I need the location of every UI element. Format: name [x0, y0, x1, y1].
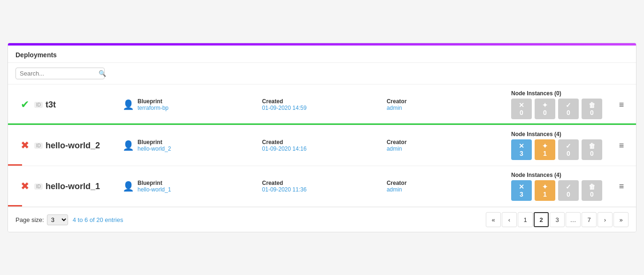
deployment-row: ✖ ID hello-world_2 👤 Blueprint hello-wor…: [8, 125, 636, 166]
in-progress-nodes-button[interactable]: ✦ 0: [535, 99, 555, 119]
node-instances-title: Node Instances (4): [511, 172, 614, 178]
panel-title: Deployments: [8, 46, 636, 63]
status-icon: ✔: [15, 99, 34, 111]
blueprint-value[interactable]: hello-world_2: [138, 145, 262, 152]
deployment-id: hello-world_1: [46, 182, 100, 191]
page-btn-3[interactable]: 3: [550, 212, 565, 227]
ok-nodes-button[interactable]: ✓ 0: [558, 180, 579, 201]
creator-label: Creator: [387, 180, 511, 186]
deployment-id-col: ID t3t: [34, 100, 119, 110]
node-btn-count-1: 0: [543, 109, 547, 116]
error-nodes-button[interactable]: ✕ 0: [511, 99, 532, 119]
id-badge: ID: [34, 143, 43, 149]
page-btn-_[interactable]: ›: [598, 212, 613, 227]
node-btn-count-3: 0: [590, 109, 594, 116]
page-btn-1[interactable]: 1: [518, 212, 533, 227]
creator-col: Creator admin: [387, 98, 511, 111]
creator-col: Creator admin: [387, 139, 511, 152]
blueprint-col: Blueprint hello-world_1: [138, 180, 262, 193]
creator-value[interactable]: admin: [387, 105, 511, 111]
created-col: Created 01-09-2020 14:59: [262, 98, 386, 111]
blueprint-label: Blueprint: [138, 180, 262, 186]
blueprint-label: Blueprint: [138, 98, 262, 105]
status-icon: ✖: [15, 180, 34, 192]
node-btn-count-2: 0: [567, 150, 570, 157]
deployment-row: ✔ ID t3t 👤 Blueprint terraform-bp Create…: [8, 84, 636, 125]
node-instances-title: Node Instances (4): [511, 131, 614, 138]
page-size-label: Page size:: [15, 216, 44, 223]
node-btn-count-2: 0: [567, 109, 570, 116]
footer-left: Page size: 3 5 10 4 to 6 of 20 entries: [15, 214, 123, 225]
created-col: Created 01-09-2020 11:36: [262, 180, 386, 193]
in-progress-nodes-button[interactable]: ✦ 1: [535, 180, 555, 201]
created-label: Created: [262, 98, 386, 105]
blueprint-value[interactable]: terraform-bp: [138, 105, 262, 111]
row-menu-button[interactable]: ≡: [614, 182, 629, 191]
node-btn-count-0: 3: [520, 150, 523, 157]
deployment-id: t3t: [46, 100, 56, 110]
node-btn-count-1: 1: [543, 150, 547, 157]
node-instances-col: Node Instances (4) ✕ 3 ✦ 1 ✓ 0 🗑 0: [511, 172, 614, 201]
node-btn-icon-1: ✦: [542, 102, 548, 108]
ok-nodes-button[interactable]: ✓ 0: [558, 139, 579, 160]
created-label: Created: [262, 180, 386, 186]
deployment-id-col: ID hello-world_1: [34, 182, 119, 191]
node-btn-icon-0: ✕: [519, 143, 524, 149]
deployments-panel: Deployments 🔍 ✔ ID t3t 👤 Blueprint terra…: [8, 43, 636, 232]
node-instances-col: Node Instances (4) ✕ 3 ✦ 1 ✓ 0 🗑 0: [511, 131, 614, 160]
page-size-select[interactable]: 3 5 10: [47, 214, 68, 225]
created-label: Created: [262, 139, 386, 145]
page-btn-_[interactable]: …: [566, 212, 581, 227]
search-input-wrap: 🔍: [15, 68, 105, 79]
created-col: Created 01-09-2020 14:16: [262, 139, 386, 152]
node-btn-count-3: 0: [590, 191, 594, 198]
node-btn-count-2: 0: [567, 191, 570, 198]
delete-nodes-button[interactable]: 🗑 0: [582, 139, 602, 160]
ok-nodes-button[interactable]: ✓ 0: [558, 99, 579, 119]
created-value: 01-09-2020 14:59: [262, 105, 386, 111]
blueprint-col: Blueprint terraform-bp: [138, 98, 262, 111]
id-badge: ID: [34, 102, 43, 108]
error-nodes-button[interactable]: ✕ 3: [511, 139, 532, 160]
node-btn-icon-3: 🗑: [589, 143, 595, 149]
page-btn-2[interactable]: 2: [534, 212, 549, 227]
created-value: 01-09-2020 11:36: [262, 186, 386, 193]
in-progress-nodes-button[interactable]: ✦ 1: [535, 139, 555, 160]
page-btn-_[interactable]: «: [486, 212, 501, 227]
created-value: 01-09-2020 14:16: [262, 145, 386, 152]
page-btn-7[interactable]: 7: [582, 212, 597, 227]
deployments-list: ✔ ID t3t 👤 Blueprint terraform-bp Create…: [8, 84, 636, 207]
node-btn-icon-2: ✓: [566, 183, 571, 190]
node-btn-icon-3: 🗑: [589, 183, 595, 190]
footer: Page size: 3 5 10 4 to 6 of 20 entries «…: [8, 207, 636, 232]
error-nodes-button[interactable]: ✕ 3: [511, 180, 532, 201]
blueprint-value[interactable]: hello-world_1: [138, 186, 262, 193]
creator-label: Creator: [387, 98, 511, 105]
node-btn-icon-0: ✕: [519, 183, 524, 190]
node-btn-count-0: 0: [520, 109, 523, 116]
row-menu-button[interactable]: ≡: [614, 141, 629, 151]
search-icon: 🔍: [99, 70, 106, 77]
creator-col: Creator admin: [387, 180, 511, 193]
blueprint-col: Blueprint hello-world_2: [138, 139, 262, 152]
delete-nodes-button[interactable]: 🗑 0: [582, 180, 602, 201]
node-btn-count-0: 3: [520, 191, 523, 198]
node-btn-count-1: 1: [543, 191, 547, 198]
row-menu-button[interactable]: ≡: [614, 100, 629, 110]
search-input[interactable]: [20, 70, 99, 77]
page-size-wrap: Page size: 3 5 10: [15, 214, 68, 225]
deployment-id: hello-world_2: [46, 141, 100, 151]
entries-info: 4 to 6 of 20 entries: [73, 216, 123, 223]
id-badge: ID: [34, 183, 43, 190]
node-btn-icon-3: 🗑: [589, 102, 595, 108]
delete-nodes-button[interactable]: 🗑 0: [582, 99, 602, 119]
creator-value[interactable]: admin: [387, 186, 511, 193]
node-instances-col: Node Instances (0) ✕ 0 ✦ 0 ✓ 0 🗑 0: [511, 90, 614, 119]
deployment-id-col: ID hello-world_2: [34, 141, 119, 151]
page-btn-_[interactable]: »: [613, 212, 629, 227]
status-icon: ✖: [15, 139, 34, 152]
creator-value[interactable]: admin: [387, 145, 511, 152]
node-buttons: ✕ 0 ✦ 0 ✓ 0 🗑 0: [511, 99, 614, 119]
node-instances-title: Node Instances (0): [511, 90, 614, 97]
page-btn-_[interactable]: ‹: [502, 212, 517, 227]
